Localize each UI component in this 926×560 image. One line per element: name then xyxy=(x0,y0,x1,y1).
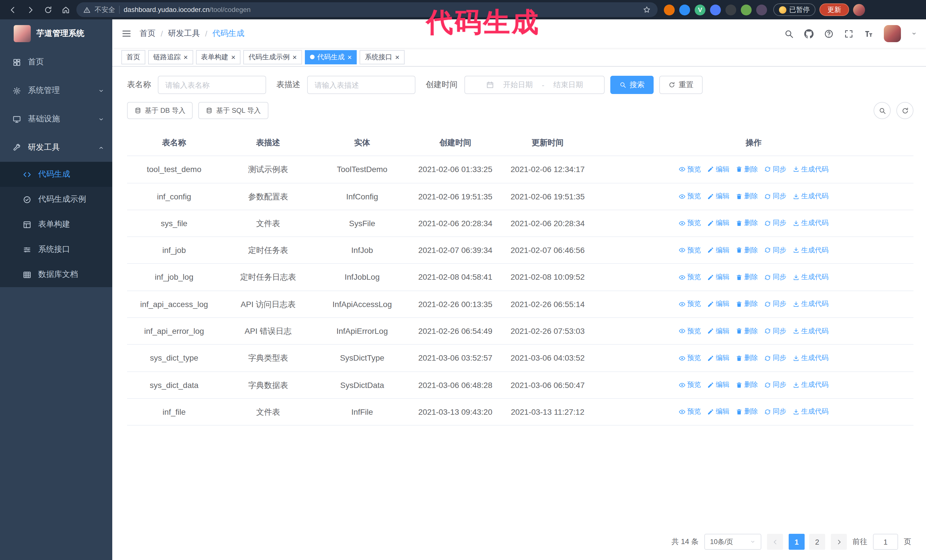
edit-link[interactable]: 编辑 xyxy=(707,219,729,228)
sidebar-item-system[interactable]: 系统管理 xyxy=(0,76,112,105)
sidebar-subitem-form-builder[interactable]: 表单构建 xyxy=(0,212,112,237)
sidebar-subitem-codegen-example[interactable]: 代码生成示例 xyxy=(0,187,112,212)
sync-link[interactable]: 同步 xyxy=(764,192,787,201)
contacts-extension-icon[interactable] xyxy=(710,4,721,15)
table-desc-input[interactable] xyxy=(307,76,415,94)
breadcrumb-item[interactable]: 代码生成 xyxy=(213,29,244,39)
page-size-select[interactable]: 10条/页 xyxy=(704,534,761,550)
sidebar-subitem-codegen[interactable]: 代码生成 xyxy=(0,162,112,187)
tab-表单构建[interactable]: 表单构建× xyxy=(196,50,241,64)
sidebar-subitem-db-doc[interactable]: 数据库文档 xyxy=(0,262,112,287)
import-sql-button[interactable]: 基于 SQL 导入 xyxy=(198,102,268,119)
browser-forward-icon[interactable] xyxy=(23,3,37,17)
goto-page-input[interactable] xyxy=(873,534,898,550)
tab-代码生成[interactable]: 代码生成× xyxy=(305,50,357,64)
generate-code-link[interactable]: 生成代码 xyxy=(793,299,829,309)
delete-link[interactable]: 删除 xyxy=(736,219,758,228)
browser-home-icon[interactable] xyxy=(59,3,73,17)
edit-link[interactable]: 编辑 xyxy=(707,192,729,201)
generate-code-link[interactable]: 生成代码 xyxy=(793,165,829,175)
prev-page-button[interactable] xyxy=(767,534,783,550)
help-icon[interactable] xyxy=(824,29,834,38)
sync-link[interactable]: 同步 xyxy=(764,245,787,255)
generate-code-link[interactable]: 生成代码 xyxy=(793,245,829,255)
edit-link[interactable]: 编辑 xyxy=(707,326,729,336)
edit-link[interactable]: 编辑 xyxy=(707,353,729,363)
close-tab-icon[interactable]: × xyxy=(348,53,352,61)
page-button-2[interactable]: 2 xyxy=(809,534,825,550)
paused-badge[interactable]: 已暂停 xyxy=(773,3,816,16)
github-icon[interactable] xyxy=(804,29,814,38)
tampermonkey-extension-icon[interactable] xyxy=(725,4,736,15)
generate-code-link[interactable]: 生成代码 xyxy=(793,219,829,228)
avatar-caret-icon[interactable] xyxy=(911,31,917,36)
table-name-input[interactable] xyxy=(158,76,266,94)
sidebar-subitem-system-api[interactable]: 系统接口 xyxy=(0,237,112,262)
refresh-table-button[interactable] xyxy=(896,102,914,119)
generate-code-link[interactable]: 生成代码 xyxy=(793,407,829,417)
tab-首页[interactable]: 首页 xyxy=(121,50,145,64)
close-tab-icon[interactable]: × xyxy=(231,53,235,61)
delete-link[interactable]: 删除 xyxy=(736,380,758,390)
delete-link[interactable]: 删除 xyxy=(736,299,758,309)
delete-link[interactable]: 删除 xyxy=(736,407,758,417)
sync-link[interactable]: 同步 xyxy=(764,219,787,228)
browser-profile-avatar[interactable] xyxy=(853,4,865,16)
preview-link[interactable]: 预览 xyxy=(679,245,701,255)
edit-link[interactable]: 编辑 xyxy=(707,299,729,309)
edit-link[interactable]: 编辑 xyxy=(707,407,729,417)
edit-link[interactable]: 编辑 xyxy=(707,165,729,175)
sync-link[interactable]: 同步 xyxy=(764,353,787,363)
generate-code-link[interactable]: 生成代码 xyxy=(793,326,829,336)
leaf-extension-icon[interactable] xyxy=(741,4,752,15)
sidebar-toggle-icon[interactable] xyxy=(121,29,132,39)
update-button[interactable]: 更新 xyxy=(819,3,849,16)
delete-link[interactable]: 删除 xyxy=(736,245,758,255)
address-bar[interactable]: 不安全 dashboard.yudao.iocoder.cn/tool/code… xyxy=(76,2,658,17)
delete-link[interactable]: 删除 xyxy=(736,353,758,363)
tab-代码生成示例[interactable]: 代码生成示例× xyxy=(243,50,302,64)
sync-link[interactable]: 同步 xyxy=(764,407,787,417)
sync-link[interactable]: 同步 xyxy=(764,299,787,309)
sync-link[interactable]: 同步 xyxy=(764,326,787,336)
preview-link[interactable]: 预览 xyxy=(679,353,701,363)
generate-code-link[interactable]: 生成代码 xyxy=(793,380,829,390)
delete-link[interactable]: 删除 xyxy=(736,272,758,282)
search-button[interactable]: 搜索 xyxy=(610,76,654,94)
sidebar-item-home[interactable]: 首页 xyxy=(0,48,112,76)
tab-系统接口[interactable]: 系统接口× xyxy=(360,50,405,64)
sync-link[interactable]: 同步 xyxy=(764,165,787,175)
paw-extension-icon[interactable] xyxy=(756,4,767,15)
reset-button[interactable]: 重置 xyxy=(659,76,703,94)
preview-link[interactable]: 预览 xyxy=(679,299,701,309)
breadcrumb-item[interactable]: 首页 xyxy=(139,29,156,39)
fox-extension-icon[interactable] xyxy=(664,4,675,15)
preview-link[interactable]: 预览 xyxy=(679,407,701,417)
generate-code-link[interactable]: 生成代码 xyxy=(793,192,829,201)
water-extension-icon[interactable] xyxy=(679,4,690,15)
sync-link[interactable]: 同步 xyxy=(764,272,787,282)
user-avatar[interactable] xyxy=(884,25,901,42)
vue-devtools-extension-icon[interactable]: V xyxy=(694,4,705,15)
close-tab-icon[interactable]: × xyxy=(292,53,297,61)
preview-link[interactable]: 预览 xyxy=(679,192,701,201)
font-size-icon[interactable] xyxy=(864,29,873,38)
app-logo[interactable]: 芋道管理系统 xyxy=(0,20,112,48)
preview-link[interactable]: 预览 xyxy=(679,219,701,228)
sync-link[interactable]: 同步 xyxy=(764,380,787,390)
sidebar-item-devtools[interactable]: 研发工具 xyxy=(0,133,112,162)
tab-链路追踪[interactable]: 链路追踪× xyxy=(148,50,193,64)
generate-code-link[interactable]: 生成代码 xyxy=(793,272,829,282)
breadcrumb-item[interactable]: 研发工具 xyxy=(168,29,200,39)
browser-reload-icon[interactable] xyxy=(41,3,55,17)
sidebar-item-infra[interactable]: 基础设施 xyxy=(0,105,112,133)
date-range-picker[interactable]: 开始日期 - 结束日期 xyxy=(465,76,605,94)
generate-code-link[interactable]: 生成代码 xyxy=(793,353,829,363)
close-tab-icon[interactable]: × xyxy=(395,53,399,61)
delete-link[interactable]: 删除 xyxy=(736,165,758,175)
search-icon[interactable] xyxy=(784,29,794,38)
preview-link[interactable]: 预览 xyxy=(679,272,701,282)
preview-link[interactable]: 预览 xyxy=(679,326,701,336)
delete-link[interactable]: 删除 xyxy=(736,192,758,201)
close-tab-icon[interactable]: × xyxy=(183,53,188,61)
